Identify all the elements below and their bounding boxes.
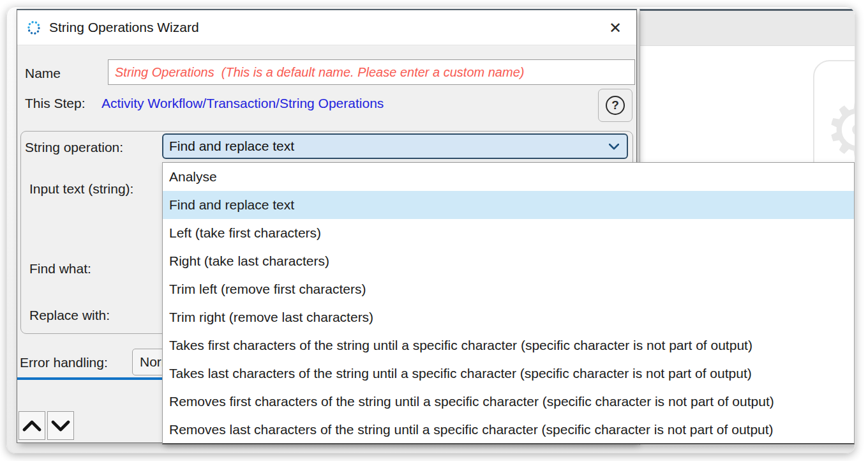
dropdown-option[interactable]: Removes first characters of the string u…	[163, 388, 854, 416]
move-up-button[interactable]	[19, 411, 45, 440]
combobox-value: Find and replace text	[163, 135, 627, 157]
name-input[interactable]: String Operations (This is a default nam…	[108, 59, 635, 85]
dropdown-option[interactable]: Takes last characters of the string unti…	[163, 359, 854, 388]
string-operation-combobox[interactable]: Find and replace text	[162, 133, 628, 159]
replace-with-label: Replace with:	[29, 308, 110, 323]
question-mark-icon: ?	[606, 96, 625, 115]
dropdown-option[interactable]: Removes last characters of the string un…	[163, 416, 854, 444]
dropdown-option[interactable]: Trim left (remove first characters)	[163, 275, 854, 303]
chevron-down-icon	[609, 144, 619, 150]
input-text-label: Input text (string):	[29, 181, 133, 197]
name-placeholder: String Operations (This is a default nam…	[108, 60, 634, 84]
this-step-link[interactable]: Activity Workflow/Transaction/String Ope…	[101, 96, 384, 111]
chevron-down-icon	[51, 420, 70, 432]
dropdown-option[interactable]: Right (take last characters)	[163, 247, 854, 275]
background-toolbar	[640, 11, 855, 46]
string-operation-dropdown-list: AnalyseFind and replace textLeft (take f…	[162, 162, 855, 444]
string-operation-label: String operation:	[25, 140, 123, 155]
sync-arrows-icon	[26, 20, 41, 35]
move-down-button[interactable]	[47, 411, 74, 440]
titlebar: String Operations Wizard ✕	[17, 10, 636, 45]
error-handling-label: Error handling:	[20, 355, 108, 370]
dropdown-option[interactable]: Left (take first characters)	[163, 219, 854, 247]
dropdown-option[interactable]: Trim right (remove last characters)	[163, 303, 854, 331]
dropdown-option[interactable]: Takes first characters of the string unt…	[163, 331, 854, 359]
screenshot-frame: ⚙ String Operations Wizard ✕ Name String…	[6, 6, 855, 453]
dropdown-option[interactable]: Analyse	[163, 163, 854, 191]
help-button[interactable]: ?	[598, 89, 632, 122]
chevron-up-icon	[22, 420, 41, 432]
dropdown-option[interactable]: Find and replace text	[163, 191, 854, 219]
gear-icon: ⚙	[824, 93, 855, 168]
close-icon[interactable]: ✕	[604, 18, 626, 38]
this-step-label: This Step:	[25, 96, 86, 111]
dialog-title: String Operations Wizard	[49, 20, 199, 35]
name-label: Name	[25, 66, 61, 81]
find-what-label: Find what:	[29, 261, 91, 276]
